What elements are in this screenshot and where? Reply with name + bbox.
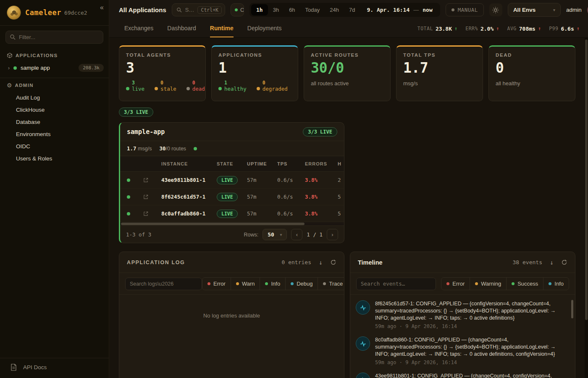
time-to: now <box>423 7 432 13</box>
sidebar-item-audit-log[interactable]: Audit Log <box>0 92 109 104</box>
instance-table-header: INSTANCE STATE UPTIME TPS ERRORS H <box>120 156 344 172</box>
state-badge: LIVE <box>217 210 238 218</box>
sidebar-item-oidc[interactable]: OIDC <box>0 140 109 152</box>
app-count-badge: 208.3k <box>79 64 104 72</box>
online-status-button[interactable]: O <box>231 3 244 16</box>
horizontal-scrollbar[interactable] <box>120 222 344 226</box>
filter-error-button[interactable]: Error <box>441 277 470 290</box>
filter-trace-button[interactable]: Trace <box>318 277 344 290</box>
page-scrollbar[interactable] <box>585 38 588 378</box>
next-page-button[interactable]: › <box>327 229 338 240</box>
external-link-icon[interactable] <box>143 177 149 183</box>
download-icon[interactable]: ↓ <box>550 259 554 266</box>
timeline-filters: Error Warning Success Info <box>441 277 569 290</box>
card-total-agents: TOTAL AGENTS 3 3 live 0 stale 0 dead <box>119 45 206 101</box>
range-button-7d[interactable]: 7d <box>344 4 360 16</box>
sidebar-filter <box>5 31 103 44</box>
range-button-today[interactable]: Today <box>300 4 325 16</box>
tab-exchanges[interactable]: Exchanges <box>124 20 153 37</box>
sidebar-item-database[interactable]: Database <box>0 116 109 128</box>
rows-per-page-select[interactable]: 50 ▾ <box>262 229 287 240</box>
timeline-toolbar: Error Warning Success Info <box>350 273 575 295</box>
environment-select[interactable]: All Envs ▾ <box>508 3 561 17</box>
filter-warn-button[interactable]: Warn <box>231 277 260 290</box>
collapse-sidebar-icon[interactable]: « <box>100 4 104 11</box>
tab-deployments[interactable]: Deployments <box>247 20 282 37</box>
errors-value: 3.8% <box>305 210 338 217</box>
sidebar-item-users-roles[interactable]: Users & Roles <box>0 152 109 165</box>
filter-info-button[interactable]: Info <box>260 277 286 290</box>
card-applications: APPLICATIONS 1 1 healthy 0 degraded 0 cr… <box>211 45 298 101</box>
manual-label: MANUAL <box>458 7 478 13</box>
external-link-icon[interactable] <box>143 194 149 200</box>
card-label: TOTAL TPS <box>403 52 476 58</box>
stat-value: 6.6s <box>561 26 574 32</box>
meta-routes-suffix: /0 routes <box>165 146 186 152</box>
sidebar-item-sample-app[interactable]: › sample app 208.3k <box>0 61 109 74</box>
stat-avg: AVG 708ms ↑ <box>507 26 541 32</box>
search-icon <box>10 34 16 40</box>
error-dot <box>207 282 210 285</box>
card-active-routes: ACTIVE ROUTES 30/0 all routes active <box>304 45 391 101</box>
live-summary-badge: 3/3 LIVE <box>119 108 153 117</box>
log-search-input[interactable] <box>125 278 202 290</box>
timeline-event[interactable]: 43ee9811b801-1: CONFIG_APPLIED — {change… <box>356 373 567 378</box>
uptime-value: 57m <box>247 210 277 217</box>
filter-error-button[interactable]: Error <box>202 277 231 290</box>
range-button-6h[interactable]: 6h <box>284 4 300 16</box>
app-live-badge: 3/3 LIVE <box>303 127 337 136</box>
theme-toggle-button[interactable] <box>489 3 502 16</box>
search-shortcut-kbd: Ctrl+K <box>197 6 222 14</box>
range-button-1h[interactable]: 1h <box>251 4 268 16</box>
time-window[interactable]: 9. Apr. 16:14 — now <box>360 7 438 13</box>
global-search-button[interactable]: S… Ctrl+K <box>172 3 225 16</box>
horizontal-scrollbar-thumb[interactable] <box>121 223 304 225</box>
refresh-icon[interactable] <box>561 259 567 265</box>
timeline-event[interactable]: 8f6245c61d57-1: CONFIG_APPLIED — {config… <box>356 300 567 329</box>
table-row[interactable]: 8f6245c61d57-1 LIVE 57m 0.6/s 3.8% 5 <box>120 189 344 205</box>
app-card-header: sample-app 3/3 LIVE <box>120 123 344 141</box>
filter-warning-button[interactable]: Warning <box>470 277 507 290</box>
filter-info-button[interactable]: Info <box>543 277 569 290</box>
card-value: 1.7 <box>403 61 476 75</box>
external-link-icon[interactable] <box>143 211 149 216</box>
timeline-search-input[interactable] <box>356 278 436 290</box>
sidebar: Cameleer 69dcce2 « APPLICATIONS › sample… <box>0 0 109 378</box>
log-level-filters: Error Warn Info Debug Trace <box>202 277 344 290</box>
page-scrollbar-thumb[interactable] <box>585 39 588 320</box>
table-row[interactable]: 8c0affadb860-1 LIVE 57m 0.6/s 3.8% 5 <box>120 205 344 222</box>
instance-id: 43ee9811b801-1 <box>155 177 217 183</box>
filter-debug-button[interactable]: Debug <box>285 277 318 290</box>
expand-chevron-icon[interactable]: › <box>8 65 10 71</box>
online-label: O <box>240 7 244 13</box>
sidebar-item-clickhouse[interactable]: ClickHouse <box>0 104 109 116</box>
meta-tps-unit: msg/s <box>138 146 152 152</box>
tab-dashboard[interactable]: Dashboard <box>167 20 196 37</box>
caret-down-icon: ▾ <box>553 8 555 12</box>
card-value: 0 <box>496 61 568 75</box>
refresh-icon[interactable] <box>330 259 336 265</box>
build-id: 69dcce2 <box>64 10 87 16</box>
download-icon[interactable]: ↓ <box>319 259 323 266</box>
timeline-scrollbar-thumb[interactable] <box>571 300 573 318</box>
filter-success-button[interactable]: Success <box>506 277 543 290</box>
errors-value: 3.8% <box>305 194 338 200</box>
activity-pulse-icon <box>356 336 370 351</box>
trend-up-icon: ↑ <box>454 26 457 32</box>
column-instance: INSTANCE <box>155 161 217 166</box>
api-docs-label: API Docs <box>23 364 47 370</box>
tab-runtime[interactable]: Runtime <box>210 20 234 37</box>
range-button-3h[interactable]: 3h <box>268 4 284 16</box>
sidebar-item-api-docs[interactable]: API Docs <box>0 358 109 378</box>
range-button-24h[interactable]: 24h <box>325 4 344 16</box>
manual-mode-button[interactable]: MANUAL <box>446 3 484 16</box>
filter-input[interactable] <box>5 31 103 44</box>
app-card-meta: 1.7 msg/s 30/0 routes <box>120 141 344 156</box>
timeline-event[interactable]: 8c0affadb860-1: CONFIG_APPLIED — {change… <box>356 336 567 365</box>
stat-value: 23.8K <box>436 26 452 32</box>
table-row[interactable]: 43ee9811b801-1 LIVE 57m 0.6/s 3.8% 2 <box>120 172 344 189</box>
prev-page-button[interactable]: ‹ <box>291 229 302 240</box>
column-tps: TPS <box>277 161 305 166</box>
sidebar-item-environments[interactable]: Environments <box>0 128 109 140</box>
event-time: 59m ago · 9 Apr 2026, 16:14 <box>375 360 562 365</box>
